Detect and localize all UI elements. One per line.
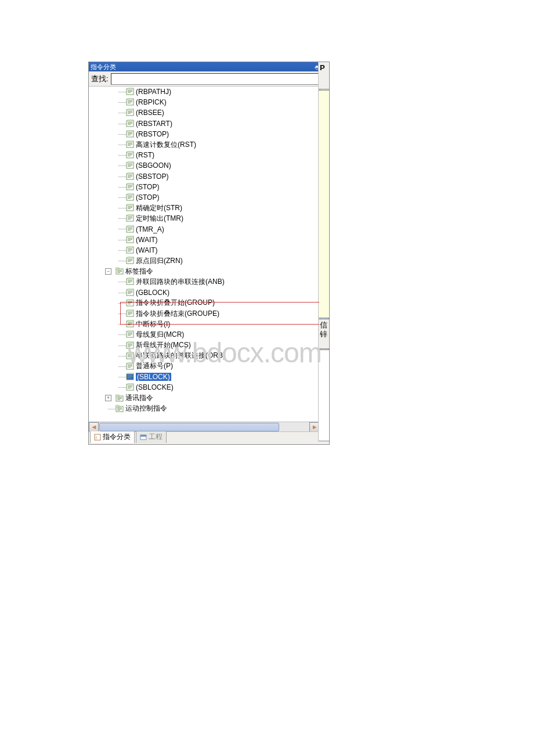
tree-item[interactable]: 定时输出(TMR): [89, 213, 319, 224]
tree-item[interactable]: (SBGOON): [89, 160, 319, 171]
item-icon: [126, 88, 134, 96]
svg-rect-74: [128, 280, 132, 280]
tree-folder[interactable]: 运动控制指令: [89, 404, 319, 414]
svg-rect-66: [128, 260, 132, 261]
svg-rect-1: [128, 90, 132, 91]
instruction-panel: 指令分类 ⬘ ✕ 查找: (RBPATHJ)(RBPICK)(RBSEE)(RB…: [88, 62, 330, 445]
svg-rect-10: [128, 112, 132, 113]
tree-item-label: (RST): [136, 151, 154, 159]
right-panels: P 信 锌: [318, 62, 330, 445]
panel-title: 指令分类: [91, 63, 116, 71]
tree-item[interactable]: 高速计数复位(RST): [89, 139, 319, 150]
tree-item-label: (RBPATHJ): [136, 88, 171, 96]
svg-rect-53: [128, 228, 132, 228]
svg-rect-26: [128, 154, 132, 155]
svg-rect-11: [128, 113, 131, 114]
tree-item[interactable]: (RST): [89, 150, 319, 160]
svg-rect-33: [128, 175, 132, 175]
tree-item[interactable]: 指令块折叠结束(GROUPE): [89, 308, 319, 319]
tree-item[interactable]: 并联回路块的串联连接(ANB): [89, 276, 319, 287]
scroll-left-button[interactable]: ◀: [89, 422, 99, 431]
tree-item-label: (TMR_A): [136, 225, 164, 233]
tree-item[interactable]: 母线复归(MCR): [89, 329, 319, 340]
tree-item[interactable]: (SBSTOP): [89, 171, 319, 182]
tree-item-label: 指令块折叠结束(GROUPE): [136, 309, 219, 319]
svg-rect-49: [128, 217, 132, 217]
svg-rect-130: [140, 435, 146, 437]
tree-item[interactable]: (RBSTART): [89, 118, 319, 129]
tab-project[interactable]: 工程: [136, 430, 167, 443]
svg-rect-126: [116, 405, 119, 407]
tree-item-label: 精确定时(STR): [136, 203, 182, 213]
tree-item[interactable]: 串联回路块的并联连接(ORB): [89, 351, 319, 361]
tree-item[interactable]: (SBLOCK): [89, 372, 319, 382]
tree-item[interactable]: (STOP): [89, 182, 319, 192]
svg-rect-6: [128, 102, 132, 102]
svg-rect-67: [128, 261, 131, 262]
svg-rect-125: [117, 410, 120, 411]
item-icon: [126, 183, 134, 191]
tree-item[interactable]: (SBLOCKE): [89, 382, 319, 393]
tree-item[interactable]: 原点回归(ZRN): [89, 255, 319, 266]
tree-item[interactable]: 中断标号(I): [89, 319, 319, 329]
right-blank-panel: [318, 350, 330, 441]
tree-item[interactable]: 指令块折叠开始(GROUP): [89, 298, 319, 308]
svg-rect-35: [128, 177, 131, 178]
tree-item[interactable]: (WAIT): [89, 245, 319, 255]
tree-item[interactable]: (TMR_A): [89, 224, 319, 234]
svg-rect-31: [128, 166, 131, 167]
svg-rect-108: [128, 367, 131, 368]
item-icon: [126, 120, 134, 128]
item-icon: [126, 151, 134, 159]
tree-item[interactable]: 精确定时(STR): [89, 203, 319, 213]
tree-item-label: 指令块折叠开始(GROUP): [136, 298, 215, 308]
svg-rect-115: [128, 387, 132, 387]
svg-rect-62: [128, 250, 132, 250]
svg-rect-61: [128, 249, 132, 249]
svg-text:i: i: [96, 435, 97, 440]
svg-rect-41: [128, 196, 132, 196]
folder-icon: [116, 405, 124, 413]
search-input[interactable]: [111, 73, 327, 85]
svg-rect-43: [128, 198, 131, 199]
item-icon: [126, 130, 134, 138]
svg-rect-78: [128, 291, 132, 291]
tree-folder[interactable]: +通讯指令: [89, 393, 319, 403]
horizontal-scrollbar[interactable]: ◀ ▶: [89, 422, 319, 431]
svg-rect-84: [128, 304, 131, 304]
svg-rect-119: [117, 398, 122, 399]
tree-item-label: 中断标号(I): [136, 319, 170, 329]
tree-item-label: 高速计数复位(RST): [136, 140, 196, 150]
svg-rect-98: [128, 344, 132, 344]
tree-item[interactable]: (RBPATHJ): [89, 87, 319, 97]
svg-rect-75: [128, 281, 132, 282]
tree-item[interactable]: 新母线开始(MCS): [89, 340, 319, 351]
tree-item[interactable]: 普通标号(P): [89, 361, 319, 372]
item-icon: [126, 214, 134, 222]
tree-item[interactable]: (RBSTOP): [89, 129, 319, 139]
tree-item-label: (SBGOON): [136, 161, 171, 170]
hscroll-thumb[interactable]: [99, 423, 279, 431]
svg-rect-118: [117, 397, 122, 398]
item-icon: [126, 352, 134, 360]
expander-icon[interactable]: +: [105, 395, 111, 401]
svg-rect-46: [128, 207, 132, 208]
tab-icon: i: [94, 434, 101, 441]
tree-item[interactable]: (RBSEE): [89, 107, 319, 118]
tree-item[interactable]: (GBLOCK): [89, 287, 319, 298]
svg-rect-112: [128, 377, 131, 378]
tab-instruction-category[interactable]: i 指令分类: [90, 430, 135, 443]
tree-item-label: (STOP): [136, 193, 159, 201]
tree-item[interactable]: (STOP): [89, 192, 319, 203]
tree-folder[interactable]: −标签指令: [89, 266, 319, 276]
tree-item-label: 原点回归(ZRN): [136, 256, 183, 266]
item-icon: [126, 383, 134, 391]
svg-rect-114: [128, 386, 132, 386]
right-top-panel: P: [318, 62, 330, 89]
svg-rect-2: [128, 91, 132, 92]
expander-icon[interactable]: −: [105, 268, 111, 275]
tree-item[interactable]: (RBPICK): [89, 97, 319, 107]
item-icon: [126, 246, 134, 254]
tree-item[interactable]: (WAIT): [89, 235, 319, 245]
svg-rect-124: [117, 409, 122, 409]
